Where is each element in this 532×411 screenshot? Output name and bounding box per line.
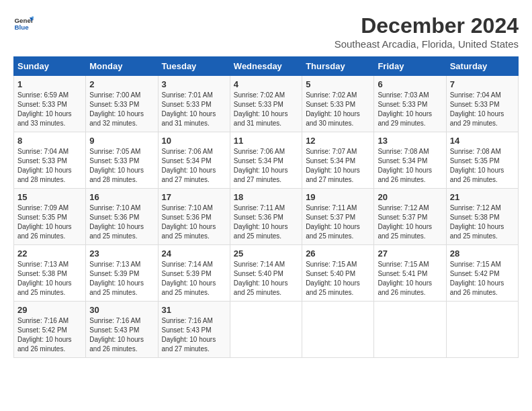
calendar-day-header: Saturday	[446, 57, 518, 76]
day-number: 4	[234, 79, 298, 89]
day-number: 19	[306, 192, 370, 202]
calendar-day-cell: 10 Sunrise: 7:06 AMSunset: 5:34 PMDaylig…	[158, 132, 230, 189]
calendar-day-cell: 26 Sunrise: 7:15 AMSunset: 5:40 PMDaylig…	[302, 245, 374, 302]
day-detail: Sunrise: 7:14 AMSunset: 5:39 PMDaylight:…	[162, 260, 226, 298]
day-detail: Sunrise: 7:09 AMSunset: 5:35 PMDaylight:…	[17, 203, 82, 241]
calendar-day-cell: 9 Sunrise: 7:05 AMSunset: 5:33 PMDayligh…	[86, 132, 158, 189]
day-number: 12	[306, 136, 370, 146]
calendar-week-row: 22 Sunrise: 7:13 AMSunset: 5:38 PMDaylig…	[14, 245, 519, 302]
calendar-day-cell: 15 Sunrise: 7:09 AMSunset: 5:35 PMDaylig…	[14, 189, 86, 245]
day-number: 23	[89, 248, 154, 259]
day-detail: Sunrise: 7:06 AMSunset: 5:34 PMDaylight:…	[234, 147, 298, 185]
day-number: 21	[450, 192, 515, 202]
day-detail: Sunrise: 7:16 AMSunset: 5:43 PMDaylight:…	[162, 316, 226, 354]
day-detail: Sunrise: 7:10 AMSunset: 5:36 PMDaylight:…	[89, 203, 154, 241]
page-subtitle: Southeast Arcadia, Florida, United State…	[335, 38, 519, 50]
day-detail: Sunrise: 7:03 AMSunset: 5:33 PMDaylight:…	[378, 91, 442, 128]
day-number: 25	[234, 248, 298, 259]
calendar-day-header: Friday	[374, 57, 446, 76]
calendar-day-header: Wednesday	[230, 57, 302, 76]
calendar-day-cell: 4 Sunrise: 7:02 AMSunset: 5:33 PMDayligh…	[230, 76, 302, 132]
calendar-day-cell: 28 Sunrise: 7:15 AMSunset: 5:42 PMDaylig…	[446, 245, 518, 302]
calendar-day-cell: 1 Sunrise: 6:59 AMSunset: 5:33 PMDayligh…	[14, 76, 86, 132]
day-detail: Sunrise: 7:12 AMSunset: 5:38 PMDaylight:…	[450, 203, 515, 241]
day-number: 28	[450, 248, 515, 259]
logo: General Blue	[13, 13, 34, 34]
calendar-day-cell: 11 Sunrise: 7:06 AMSunset: 5:34 PMDaylig…	[230, 132, 302, 189]
calendar-day-cell	[230, 302, 302, 358]
day-number: 20	[378, 192, 442, 202]
day-number: 6	[378, 79, 442, 89]
calendar-day-cell: 2 Sunrise: 7:00 AMSunset: 5:33 PMDayligh…	[86, 76, 158, 132]
day-detail: Sunrise: 7:11 AMSunset: 5:37 PMDaylight:…	[306, 203, 370, 241]
calendar-day-cell	[302, 302, 374, 358]
day-number: 15	[17, 192, 82, 202]
calendar-day-cell: 18 Sunrise: 7:11 AMSunset: 5:36 PMDaylig…	[230, 189, 302, 245]
calendar-day-cell: 29 Sunrise: 7:16 AMSunset: 5:42 PMDaylig…	[14, 302, 86, 358]
day-number: 5	[306, 79, 370, 89]
calendar-day-header: Monday	[86, 57, 158, 76]
day-number: 29	[17, 305, 82, 315]
logo-icon: General Blue	[13, 13, 34, 34]
day-detail: Sunrise: 7:13 AMSunset: 5:38 PMDaylight:…	[17, 260, 82, 298]
day-detail: Sunrise: 7:05 AMSunset: 5:33 PMDaylight:…	[89, 147, 154, 185]
calendar-table: SundayMondayTuesdayWednesdayThursdayFrid…	[13, 56, 519, 358]
calendar-day-cell: 7 Sunrise: 7:04 AMSunset: 5:33 PMDayligh…	[446, 76, 518, 132]
calendar-week-row: 29 Sunrise: 7:16 AMSunset: 5:42 PMDaylig…	[14, 302, 519, 358]
title-area: December 2024 Southeast Arcadia, Florida…	[335, 13, 519, 50]
calendar-day-cell: 12 Sunrise: 7:07 AMSunset: 5:34 PMDaylig…	[302, 132, 374, 189]
calendar-day-cell: 5 Sunrise: 7:02 AMSunset: 5:33 PMDayligh…	[302, 76, 374, 132]
day-detail: Sunrise: 7:15 AMSunset: 5:42 PMDaylight:…	[450, 260, 515, 298]
day-detail: Sunrise: 7:16 AMSunset: 5:42 PMDaylight:…	[17, 316, 82, 354]
day-number: 22	[17, 248, 82, 259]
calendar-day-header: Sunday	[14, 57, 86, 76]
calendar-day-cell: 16 Sunrise: 7:10 AMSunset: 5:36 PMDaylig…	[86, 189, 158, 245]
calendar-week-row: 1 Sunrise: 6:59 AMSunset: 5:33 PMDayligh…	[14, 76, 519, 132]
day-number: 10	[162, 136, 226, 146]
calendar-day-cell	[446, 302, 518, 358]
day-detail: Sunrise: 7:15 AMSunset: 5:40 PMDaylight:…	[306, 260, 370, 298]
day-detail: Sunrise: 7:12 AMSunset: 5:37 PMDaylight:…	[378, 203, 442, 241]
day-detail: Sunrise: 7:04 AMSunset: 5:33 PMDaylight:…	[450, 91, 515, 128]
page-header: General Blue December 2024 Southeast Arc…	[13, 13, 519, 50]
day-number: 2	[89, 79, 154, 89]
calendar-day-cell: 27 Sunrise: 7:15 AMSunset: 5:41 PMDaylig…	[374, 245, 446, 302]
day-detail: Sunrise: 7:16 AMSunset: 5:43 PMDaylight:…	[89, 316, 154, 354]
day-detail: Sunrise: 7:15 AMSunset: 5:41 PMDaylight:…	[378, 260, 442, 298]
calendar-day-cell: 22 Sunrise: 7:13 AMSunset: 5:38 PMDaylig…	[14, 245, 86, 302]
day-number: 31	[162, 305, 226, 315]
day-detail: Sunrise: 7:10 AMSunset: 5:36 PMDaylight:…	[162, 203, 226, 241]
day-number: 11	[234, 136, 298, 146]
calendar-day-cell: 13 Sunrise: 7:08 AMSunset: 5:34 PMDaylig…	[374, 132, 446, 189]
calendar-day-cell: 24 Sunrise: 7:14 AMSunset: 5:39 PMDaylig…	[158, 245, 230, 302]
calendar-day-header: Tuesday	[158, 57, 230, 76]
day-number: 30	[89, 305, 154, 315]
svg-text:Blue: Blue	[15, 24, 30, 31]
calendar-day-cell: 31 Sunrise: 7:16 AMSunset: 5:43 PMDaylig…	[158, 302, 230, 358]
day-detail: Sunrise: 7:14 AMSunset: 5:40 PMDaylight:…	[234, 260, 298, 298]
day-detail: Sunrise: 7:08 AMSunset: 5:34 PMDaylight:…	[378, 147, 442, 185]
day-detail: Sunrise: 7:11 AMSunset: 5:36 PMDaylight:…	[234, 203, 298, 241]
day-detail: Sunrise: 7:04 AMSunset: 5:33 PMDaylight:…	[17, 147, 82, 185]
calendar-day-cell: 14 Sunrise: 7:08 AMSunset: 5:35 PMDaylig…	[446, 132, 518, 189]
day-number: 9	[89, 136, 154, 146]
calendar-day-cell: 23 Sunrise: 7:13 AMSunset: 5:39 PMDaylig…	[86, 245, 158, 302]
day-detail: Sunrise: 7:02 AMSunset: 5:33 PMDaylight:…	[234, 91, 298, 128]
calendar-day-cell: 8 Sunrise: 7:04 AMSunset: 5:33 PMDayligh…	[14, 132, 86, 189]
day-detail: Sunrise: 7:00 AMSunset: 5:33 PMDaylight:…	[89, 91, 154, 128]
day-number: 16	[89, 192, 154, 202]
calendar-day-cell: 30 Sunrise: 7:16 AMSunset: 5:43 PMDaylig…	[86, 302, 158, 358]
day-detail: Sunrise: 7:02 AMSunset: 5:33 PMDaylight:…	[306, 91, 370, 128]
day-number: 18	[234, 192, 298, 202]
day-number: 24	[162, 248, 226, 259]
day-detail: Sunrise: 7:06 AMSunset: 5:34 PMDaylight:…	[162, 147, 226, 185]
day-detail: Sunrise: 7:08 AMSunset: 5:35 PMDaylight:…	[450, 147, 515, 185]
calendar-week-row: 15 Sunrise: 7:09 AMSunset: 5:35 PMDaylig…	[14, 189, 519, 245]
calendar-day-cell: 19 Sunrise: 7:11 AMSunset: 5:37 PMDaylig…	[302, 189, 374, 245]
calendar-header: SundayMondayTuesdayWednesdayThursdayFrid…	[14, 57, 519, 76]
day-detail: Sunrise: 7:07 AMSunset: 5:34 PMDaylight:…	[306, 147, 370, 185]
day-number: 1	[17, 79, 82, 89]
day-number: 8	[17, 136, 82, 146]
day-number: 14	[450, 136, 515, 146]
day-number: 3	[162, 79, 226, 89]
